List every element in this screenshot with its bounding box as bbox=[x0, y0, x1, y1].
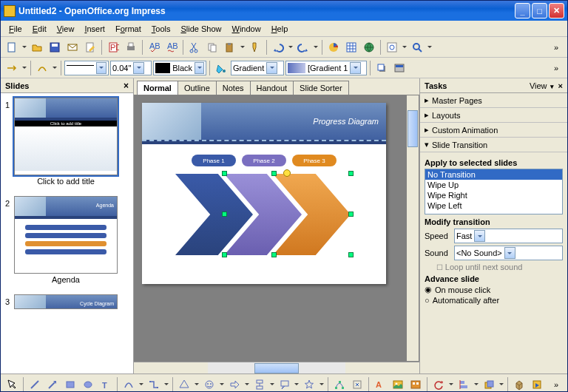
phase-pill-2[interactable]: Phase 2 bbox=[242, 155, 286, 166]
line-endings-dropdown[interactable] bbox=[52, 60, 58, 76]
menu-edit[interactable]: Edit bbox=[27, 23, 52, 35]
slide-canvas[interactable]: Progress Diagram Phase 1 Phase 2 Phase 3 bbox=[142, 103, 386, 284]
hyperlink-button[interactable] bbox=[361, 39, 377, 55]
menu-file[interactable]: File bbox=[4, 23, 27, 35]
from-file-tool[interactable] bbox=[390, 376, 406, 393]
interaction-tool[interactable] bbox=[529, 376, 545, 393]
open-button[interactable] bbox=[29, 39, 45, 55]
align-tool[interactable] bbox=[456, 376, 472, 393]
email-button[interactable] bbox=[64, 39, 81, 55]
new-dropdown[interactable] bbox=[21, 39, 27, 55]
toolbar2-overflow-icon[interactable]: » bbox=[548, 60, 564, 76]
rotate-tool[interactable] bbox=[430, 376, 447, 393]
transition-option[interactable]: No Transition bbox=[425, 169, 562, 180]
fill-value-combo[interactable]: [Gradient 1 bbox=[285, 61, 367, 75]
transition-listbox[interactable]: No Transition Wipe Up Wipe Right Wipe Le… bbox=[425, 169, 563, 214]
menu-tools[interactable]: Tools bbox=[146, 23, 176, 35]
tab-notes[interactable]: Notes bbox=[216, 81, 251, 95]
save-button[interactable] bbox=[47, 39, 63, 55]
menu-insert[interactable]: Insert bbox=[79, 23, 110, 35]
line-arrow-tool[interactable] bbox=[44, 376, 61, 393]
spreadsheet-button[interactable] bbox=[343, 39, 359, 55]
points-tool[interactable] bbox=[331, 376, 348, 393]
menu-help[interactable]: Help bbox=[266, 23, 294, 35]
gallery-tool[interactable] bbox=[408, 376, 424, 393]
task-section-transition[interactable]: ▾Slide Transition bbox=[420, 138, 567, 152]
zoom-dropdown[interactable] bbox=[427, 39, 433, 55]
horizontal-scrollbar[interactable] bbox=[134, 362, 419, 374]
tasks-close-icon[interactable]: × bbox=[558, 81, 563, 90]
stars-dropdown[interactable] bbox=[319, 376, 325, 393]
arrange-tool[interactable] bbox=[481, 376, 497, 393]
basic-shapes-tool[interactable] bbox=[176, 376, 192, 393]
export-pdf-button[interactable]: PDF bbox=[105, 39, 121, 55]
close-button[interactable]: ✕ bbox=[549, 3, 564, 18]
shadow-button[interactable] bbox=[373, 60, 390, 76]
spellcheck-button[interactable]: ABC bbox=[146, 39, 162, 55]
tab-slidesorter[interactable]: Slide Sorter bbox=[293, 81, 348, 95]
fontwork-tool[interactable]: A bbox=[372, 376, 388, 393]
menu-slideshow[interactable]: Slide Show bbox=[175, 23, 226, 35]
slide-thumbnail-2[interactable]: Agenda bbox=[14, 196, 118, 274]
extrusion-tool[interactable] bbox=[511, 376, 527, 393]
menu-window[interactable]: Window bbox=[227, 23, 266, 35]
tab-handout[interactable]: Handout bbox=[250, 81, 294, 95]
line-tool[interactable] bbox=[27, 376, 43, 393]
arrow-group[interactable] bbox=[175, 174, 353, 255]
slides-panel-close-icon[interactable]: × bbox=[124, 81, 129, 91]
loop-checkbox-label[interactable]: ☐ Loop until next sound bbox=[436, 263, 563, 271]
align-dropdown[interactable] bbox=[473, 376, 479, 393]
slide-thumbnail-1[interactable]: Click to add title bbox=[14, 98, 118, 175]
phase-pill-1[interactable]: Phase 1 bbox=[192, 155, 236, 166]
ellipse-tool[interactable] bbox=[80, 376, 96, 393]
zoom-button[interactable] bbox=[409, 39, 425, 55]
slide-design-button[interactable] bbox=[391, 60, 408, 76]
fill-type-combo[interactable]: Gradient bbox=[231, 61, 284, 75]
block-arrows-tool[interactable] bbox=[226, 376, 243, 393]
area-fill-button[interactable] bbox=[213, 60, 229, 76]
navigator-dropdown[interactable] bbox=[402, 39, 408, 55]
transition-option[interactable]: Wipe Right bbox=[425, 190, 562, 200]
line-color-combo[interactable]: Black bbox=[153, 61, 206, 75]
arrow-style-dropdown[interactable] bbox=[21, 60, 27, 76]
symbol-shapes-dropdown[interactable] bbox=[219, 376, 225, 393]
format-paintbrush-button[interactable] bbox=[247, 39, 263, 55]
basic-shapes-dropdown[interactable] bbox=[194, 376, 200, 393]
drawing-toolbar-overflow-icon[interactable]: » bbox=[548, 376, 564, 393]
task-section-layouts[interactable]: ▸Layouts bbox=[420, 108, 567, 123]
sound-combo[interactable]: <No Sound> bbox=[454, 246, 563, 260]
gluepoints-tool[interactable] bbox=[349, 376, 365, 393]
curve-tool[interactable] bbox=[121, 376, 137, 393]
slide-thumbnail-3[interactable]: Cycle Diagram bbox=[14, 294, 118, 309]
task-section-master[interactable]: ▸Master Pages bbox=[420, 93, 567, 108]
stars-tool[interactable] bbox=[301, 376, 317, 393]
undo-button[interactable] bbox=[270, 39, 286, 55]
flowchart-dropdown[interactable] bbox=[269, 376, 275, 393]
block-arrows-dropdown[interactable] bbox=[244, 376, 250, 393]
undo-dropdown[interactable] bbox=[288, 39, 294, 55]
menu-format[interactable]: Format bbox=[110, 23, 146, 35]
advance-onclick-radio[interactable]: ◉On mouse click bbox=[425, 285, 563, 294]
slide-edit-viewport[interactable]: Progress Diagram Phase 1 Phase 2 Phase 3 bbox=[134, 95, 419, 362]
flowchart-tool[interactable] bbox=[251, 376, 268, 393]
advance-auto-radio[interactable]: ○Automatically after bbox=[425, 296, 563, 305]
toolbar-overflow-icon[interactable]: » bbox=[548, 39, 564, 55]
rotate-dropdown[interactable] bbox=[448, 376, 454, 393]
tab-normal[interactable]: Normal bbox=[137, 81, 178, 95]
symbol-shapes-tool[interactable] bbox=[201, 376, 217, 393]
redo-dropdown[interactable] bbox=[313, 39, 319, 55]
connector-dropdown[interactable] bbox=[163, 376, 169, 393]
rectangle-tool[interactable] bbox=[62, 376, 78, 393]
connector-tool[interactable] bbox=[146, 376, 162, 393]
select-tool[interactable] bbox=[4, 376, 20, 393]
redo-button[interactable] bbox=[295, 39, 311, 55]
arrow-style-button[interactable] bbox=[4, 60, 20, 76]
cut-button[interactable] bbox=[186, 39, 203, 55]
chart-button[interactable] bbox=[325, 39, 342, 55]
callout-dropdown[interactable] bbox=[294, 376, 300, 393]
navigator-button[interactable] bbox=[384, 39, 400, 55]
transition-option[interactable]: Wipe Left bbox=[425, 200, 562, 211]
paste-button[interactable] bbox=[222, 39, 238, 55]
new-button[interactable] bbox=[4, 39, 20, 55]
menu-view[interactable]: View bbox=[52, 23, 80, 35]
